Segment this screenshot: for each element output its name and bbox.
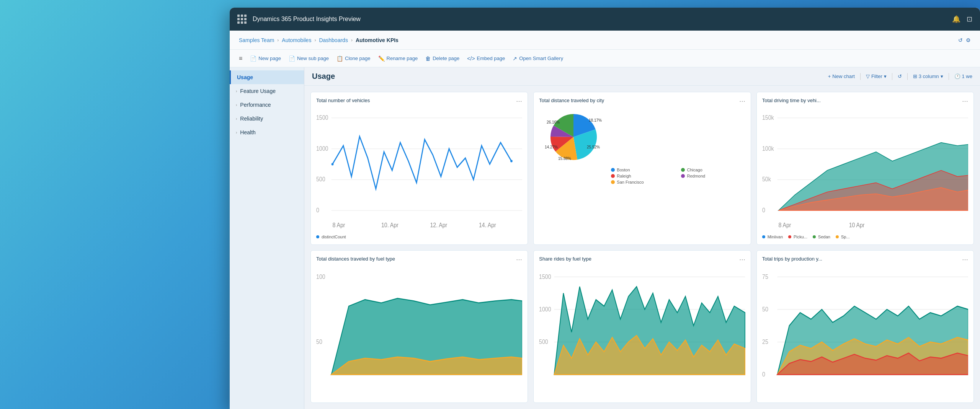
chart-legend-vehicles: distinctCount	[316, 235, 522, 239]
chart-distance-city: Total distance traveled by city ⋯	[533, 92, 751, 245]
legend-label-sp: Sp...	[841, 235, 850, 239]
breadcrumb-sep-2: ›	[314, 37, 316, 43]
svg-text:1000: 1000	[539, 305, 551, 312]
settings-icon[interactable]: ⚙	[966, 37, 971, 43]
chart-menu-total-trips[interactable]: ⋯	[962, 256, 968, 263]
chart-header-total-trips: Total trips by production y... ⋯	[762, 256, 968, 263]
sidebar-label-usage: Usage	[237, 74, 253, 80]
pie-dot-san-francisco	[611, 180, 615, 184]
new-sub-page-button[interactable]: 📄 New sub page	[289, 55, 329, 62]
svg-text:0: 0	[762, 370, 765, 377]
time-label: 1 we	[962, 73, 972, 79]
chart-menu-share-rides[interactable]: ⋯	[739, 256, 745, 263]
breadcrumb-item-automobiles[interactable]: Automobiles	[282, 37, 311, 43]
svg-text:500: 500	[316, 176, 325, 183]
refresh-button[interactable]: ↺	[898, 73, 902, 79]
content-header: Usage + New chart ▽ Filter ▾ ↺	[304, 67, 980, 86]
pie-dot-boston	[611, 168, 615, 172]
columns-icon: ⊞	[913, 73, 917, 79]
embed-page-button[interactable]: </> Embed page	[467, 55, 505, 62]
control-divider-1	[860, 73, 861, 80]
hamburger-icon[interactable]: ≡	[239, 55, 242, 62]
delete-page-icon: 🗑	[425, 55, 431, 62]
time-icon: 🕐	[954, 73, 960, 79]
content-area: Usage + New chart ▽ Filter ▾ ↺	[304, 67, 980, 409]
breadcrumb-item-samples-team[interactable]: Samples Team	[239, 37, 274, 43]
pie-legend-san-francisco: San Francisco	[611, 180, 675, 184]
new-chart-button[interactable]: + New chart	[828, 73, 855, 79]
sidebar: Usage › Feature Usage › Performance › Re…	[230, 67, 304, 409]
svg-text:1000: 1000	[316, 145, 328, 152]
pie-label-boston-text: Boston	[617, 168, 630, 172]
chevron-reliability: ›	[236, 117, 237, 121]
chart-distances-fuel: Total distances traveled by fuel type ⋯ …	[310, 250, 528, 403]
sidebar-item-feature-usage[interactable]: › Feature Usage	[230, 84, 304, 98]
chart-body-driving-time: 150k 100k 50k 0 8 Apr 10 Apr	[762, 109, 968, 232]
sidebar-item-usage[interactable]: Usage	[230, 70, 304, 84]
apps-grid-icon[interactable]	[237, 15, 247, 24]
sidebar-label-health: Health	[240, 129, 255, 135]
svg-text:25.52%: 25.52%	[587, 145, 600, 149]
filter-label: Filter	[871, 73, 882, 79]
columns-label: 3 column	[919, 73, 939, 79]
columns-button[interactable]: ⊞ 3 column ▾	[913, 73, 943, 79]
sidebar-item-performance[interactable]: › Performance	[230, 98, 304, 112]
chart-title-share-rides: Share rides by fuel type	[539, 256, 591, 262]
chart-legend-driving-time: Miniivan Picku... Sedan Sp...	[762, 235, 968, 239]
pie-legend-redmond: Redmond	[681, 174, 745, 178]
chart-menu-driving-time[interactable]: ⋯	[962, 98, 968, 105]
user-icon[interactable]: ⊡	[967, 15, 972, 23]
new-chart-plus-icon: +	[828, 73, 831, 79]
refresh-breadcrumb-icon[interactable]: ↺	[958, 37, 963, 43]
control-divider-4	[949, 73, 949, 80]
chart-header-vehicles: Total number of vehicles ⋯	[316, 98, 522, 105]
columns-chevron-icon: ▾	[941, 73, 943, 79]
chevron-health: ›	[236, 130, 237, 135]
chart-menu-distance-city[interactable]: ⋯	[739, 98, 745, 105]
rename-page-icon: ✏️	[378, 55, 385, 62]
svg-text:0: 0	[762, 207, 765, 213]
main-layout: Usage › Feature Usage › Performance › Re…	[230, 67, 980, 409]
notification-icon[interactable]: 🔔	[952, 15, 960, 23]
legend-label-minivan: Miniivan	[768, 235, 783, 239]
clone-page-button[interactable]: 📋 Clone page	[336, 55, 371, 62]
filter-button[interactable]: ▽ Filter ▾	[866, 73, 887, 79]
chart-title-distances-fuel: Total distances traveled by fuel type	[316, 256, 395, 262]
svg-text:8 Apr: 8 Apr	[332, 222, 345, 228]
time-button[interactable]: 🕐 1 we	[954, 73, 972, 79]
chart-header-share-rides: Share rides by fuel type ⋯	[539, 256, 745, 263]
svg-point-12	[332, 163, 334, 165]
new-sub-page-label: New sub page	[297, 55, 329, 61]
filter-chevron-icon: ▾	[884, 73, 887, 79]
refresh-icon: ↺	[898, 73, 902, 79]
svg-text:75: 75	[762, 273, 768, 280]
charts-grid: Total number of vehicles ⋯ 1500 1000 500…	[304, 86, 980, 409]
sidebar-label-feature-usage: Feature Usage	[240, 88, 276, 94]
sidebar-item-reliability[interactable]: › Reliability	[230, 112, 304, 125]
chart-menu-vehicles[interactable]: ⋯	[516, 98, 522, 105]
pie-dot-chicago	[681, 168, 685, 172]
pie-label-raleigh-text: Raleigh	[617, 174, 631, 178]
svg-text:1500: 1500	[316, 114, 328, 121]
pie-legend: Boston Chicago Raleigh	[611, 168, 745, 184]
chart-title-distance-city: Total distance traveled by city	[539, 98, 604, 104]
sidebar-item-health[interactable]: › Health	[230, 125, 304, 139]
open-smart-gallery-button[interactable]: ↗ Open Smart Gallery	[513, 55, 563, 62]
chart-header-distance-city: Total distance traveled by city ⋯	[539, 98, 745, 105]
new-page-button[interactable]: 📄 New page	[250, 55, 281, 62]
svg-text:100: 100	[316, 273, 325, 280]
chevron-feature-usage: ›	[236, 89, 237, 93]
new-sub-page-icon: 📄	[289, 55, 295, 62]
svg-text:10 Apr: 10 Apr	[849, 222, 864, 228]
embed-page-label: Embed page	[477, 55, 505, 61]
legend-label-distinctcount: distinctCount	[322, 235, 346, 239]
breadcrumb: Samples Team › Automobiles › Dashboards …	[230, 31, 980, 50]
chart-menu-distances-fuel[interactable]: ⋯	[516, 256, 522, 263]
svg-text:14.27%: 14.27%	[545, 145, 558, 149]
rename-page-label: Rename page	[387, 55, 418, 61]
legend-dot-sedan	[813, 235, 816, 238]
svg-text:50k: 50k	[762, 176, 771, 183]
breadcrumb-item-dashboards[interactable]: Dashboards	[319, 37, 348, 43]
delete-page-button[interactable]: 🗑 Delete page	[425, 55, 459, 62]
rename-page-button[interactable]: ✏️ Rename page	[378, 55, 418, 62]
